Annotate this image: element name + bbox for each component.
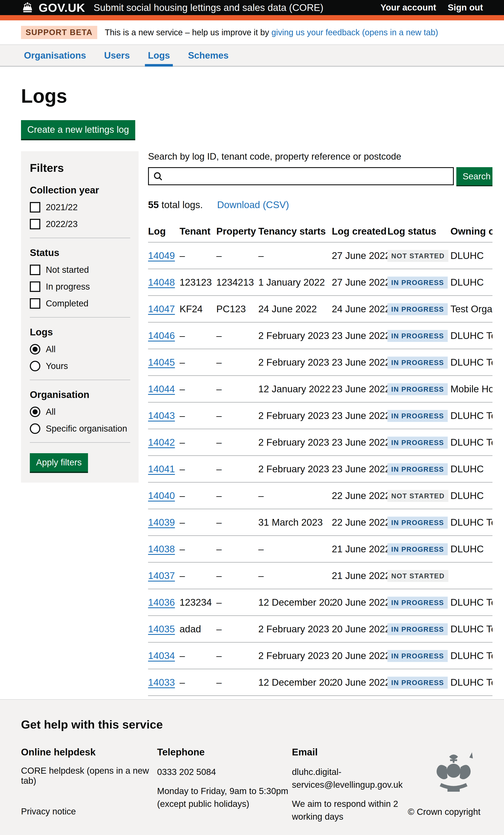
log-created-cell: 22 June 2022	[332, 482, 387, 509]
owning-organisation-cell: DLUHC Tes	[450, 669, 492, 696]
privacy-notice-link[interactable]: Privacy notice	[21, 807, 76, 816]
log-link-14046[interactable]: 14046	[148, 330, 175, 341]
filter-option-label: 2022/23	[46, 219, 78, 229]
page-title: Logs	[21, 85, 492, 107]
col-header-log-created: Log created	[332, 226, 387, 242]
feedback-link[interactable]: giving us your feedback (opens in a new …	[271, 28, 438, 37]
log-created-cell: 20 June 2022	[332, 669, 387, 696]
filter-sections: Collection year2021/222022/23StatusNot s…	[30, 184, 130, 443]
tenant-cell: 123234	[180, 589, 216, 616]
nav-item-organisations[interactable]: Organisations	[21, 45, 89, 66]
checkbox-option-status-not-started[interactable]: Not started	[30, 265, 130, 275]
search-input[interactable]	[148, 167, 454, 185]
your-account-link[interactable]: Your account	[381, 2, 436, 13]
log-link-14049[interactable]: 14049	[148, 250, 175, 261]
radio-specific-organisation-radio[interactable]	[30, 423, 40, 434]
log-created-cell: 20 June 2022	[332, 643, 387, 669]
telephone-hours: Monday to Friday, 9am to 5:30pm(except p…	[157, 785, 292, 810]
status-badge: IN PROGRESS	[387, 436, 448, 449]
nav-item-users[interactable]: Users	[101, 45, 133, 66]
radio-option-logs-yours[interactable]: Yours	[30, 361, 130, 371]
table-row: 14045––2 February 202323 June 2022IN PRO…	[148, 349, 492, 376]
log-link-14037[interactable]: 14037	[148, 570, 175, 581]
log-link-14041[interactable]: 14041	[148, 464, 175, 474]
status-badge: IN PROGRESS	[387, 623, 448, 635]
create-lettings-log-button[interactable]: Create a new lettings log	[21, 120, 135, 139]
crown-copyright-link[interactable]: © Crown copyright	[408, 807, 481, 817]
log-link-14040[interactable]: 14040	[148, 490, 175, 501]
col-header-property: Property	[216, 226, 258, 242]
core-helpdesk-link[interactable]: CORE helpdesk (opens in a new tab)	[21, 766, 149, 786]
log-link-14045[interactable]: 14045	[148, 357, 175, 368]
owning-organisation-cell: DLUHC	[450, 269, 492, 296]
log-link-14043[interactable]: 14043	[148, 410, 175, 421]
tenant-cell: –	[180, 563, 216, 589]
tenancy-starts-cell: 24 June 2022	[258, 296, 332, 322]
govuk-header: GOV.UK Submit social housing lettings an…	[0, 0, 504, 20]
govuk-logo[interactable]: GOV.UK	[39, 1, 85, 15]
log-link-14044[interactable]: 14044	[148, 384, 175, 394]
beta-tag: SUPPORT BETA	[21, 26, 97, 39]
log-link-14036[interactable]: 14036	[148, 597, 175, 608]
log-created-cell: 21 June 2022	[332, 536, 387, 563]
radio-option-logs-all[interactable]: All	[30, 344, 130, 354]
filter-divider	[30, 238, 130, 238]
log-link-14042[interactable]: 14042	[148, 437, 175, 448]
log-created-cell: 20 June 2022	[332, 616, 387, 643]
log-link-14033[interactable]: 14033	[148, 677, 175, 688]
property-cell: –	[216, 402, 258, 429]
crown-icon	[21, 2, 34, 13]
radio-all-radio[interactable]	[30, 407, 40, 417]
nav-item-schemes[interactable]: Schemes	[185, 45, 231, 66]
filter-heading-organisation: Organisation	[30, 389, 130, 400]
checkbox-2022-23-checkbox[interactable]	[30, 219, 40, 229]
checkbox-completed-checkbox[interactable]	[30, 298, 40, 309]
radio-option-organisation-all[interactable]: All	[30, 407, 130, 417]
tenancy-starts-cell: –	[258, 536, 332, 563]
search-button[interactable]: Search	[456, 167, 492, 185]
service-name-link[interactable]: Submit social housing lettings and sales…	[94, 2, 323, 13]
log-link-14039[interactable]: 14039	[148, 517, 175, 528]
sign-out-link[interactable]: Sign out	[448, 2, 483, 13]
nav-item-logs[interactable]: Logs	[145, 45, 173, 66]
tenant-cell: –	[180, 242, 216, 269]
status-badge: IN PROGRESS	[387, 597, 448, 609]
tenant-cell: –	[180, 509, 216, 536]
radio-option-organisation-specific-organisation[interactable]: Specific organisation	[30, 423, 130, 434]
property-cell: –	[216, 482, 258, 509]
table-row: 14040–––22 June 2022NOT STARTEDDLUHC	[148, 482, 492, 509]
property-cell: –	[216, 616, 258, 643]
log-link-14038[interactable]: 14038	[148, 544, 175, 554]
footer-heading: Get help with this service	[21, 718, 483, 731]
checkbox-in-progress-checkbox[interactable]	[30, 281, 40, 292]
table-row: 14039––31 March 202322 June 2022IN PROGR…	[148, 509, 492, 536]
status-badge: NOT STARTED	[387, 250, 448, 262]
log-link-14047[interactable]: 14047	[148, 303, 175, 314]
log-created-cell: 27 June 2022	[332, 242, 387, 269]
log-link-14035[interactable]: 14035	[148, 624, 175, 634]
download-csv-link[interactable]: Download (CSV)	[217, 199, 289, 210]
radio-yours-radio[interactable]	[30, 361, 40, 371]
royal-crest-icon	[427, 748, 480, 796]
checkbox-option-status-completed[interactable]: Completed	[30, 298, 130, 309]
checkbox-option-collection-year-2022-23[interactable]: 2022/23	[30, 219, 130, 229]
filter-option-label: In progress	[46, 282, 90, 292]
property-cell: –	[216, 376, 258, 402]
checkbox-option-collection-year-2021-22[interactable]: 2021/22	[30, 202, 130, 212]
total-logs-count: 55 total logs.	[148, 199, 203, 210]
tenant-cell: –	[180, 669, 216, 696]
checkbox-option-status-in-progress[interactable]: In progress	[30, 281, 130, 292]
phase-banner-text: This is a new service – help us improve …	[105, 28, 438, 37]
table-row: 14035adad–2 February 202320 June 2022IN …	[148, 616, 492, 643]
filter-option-label: Completed	[46, 299, 88, 308]
log-link-14034[interactable]: 14034	[148, 650, 175, 661]
tenancy-starts-cell: 2 February 2023	[258, 643, 332, 669]
filters-title: Filters	[30, 161, 130, 174]
log-link-14048[interactable]: 14048	[148, 277, 175, 288]
checkbox-2021-22-checkbox[interactable]	[30, 202, 40, 212]
radio-all-radio[interactable]	[30, 344, 40, 354]
checkbox-not-started-checkbox[interactable]	[30, 265, 40, 275]
email-link[interactable]: dluhc.digital-services@levellingup.gov.u…	[292, 767, 403, 790]
apply-filters-button[interactable]: Apply filters	[30, 453, 88, 472]
table-row: 14038–––21 June 2022IN PROGRESSDLUHC	[148, 536, 492, 563]
